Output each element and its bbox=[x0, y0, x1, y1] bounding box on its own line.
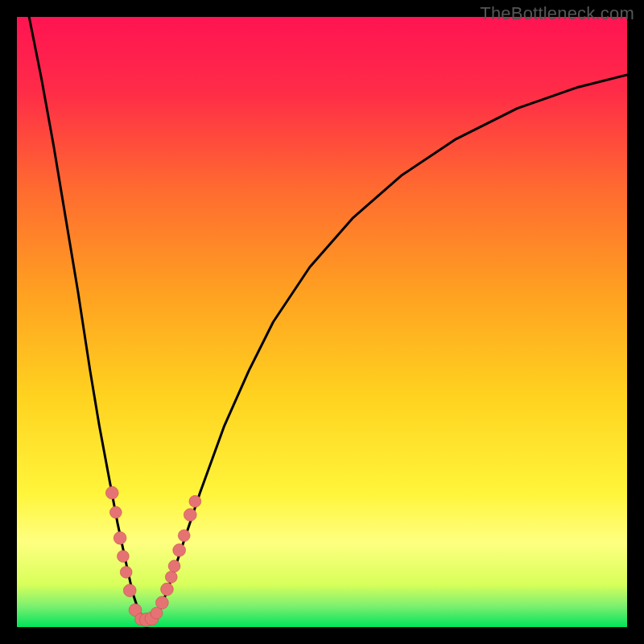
bottleneck-chart bbox=[17, 17, 627, 627]
data-marker bbox=[184, 509, 196, 522]
data-marker bbox=[161, 583, 174, 596]
data-marker bbox=[178, 530, 190, 542]
data-marker bbox=[165, 571, 177, 583]
data-marker bbox=[120, 566, 132, 578]
data-marker bbox=[156, 597, 169, 609]
watermark-text: TheBottleneck.com bbox=[480, 3, 634, 24]
chart-background bbox=[17, 17, 627, 627]
data-marker bbox=[118, 551, 130, 563]
data-marker bbox=[114, 531, 126, 544]
data-marker bbox=[168, 560, 180, 572]
data-marker bbox=[173, 544, 186, 557]
data-marker bbox=[109, 506, 122, 518]
data-marker bbox=[105, 486, 118, 499]
data-marker bbox=[189, 495, 201, 507]
data-marker bbox=[123, 584, 136, 597]
